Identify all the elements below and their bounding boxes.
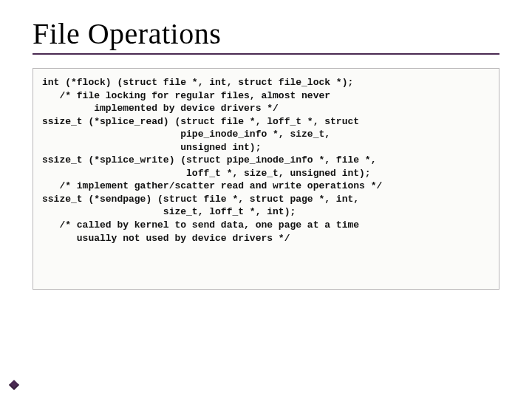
slide-title: File Operations xyxy=(33,18,499,50)
slide: File Operations int (*flock) (struct fil… xyxy=(0,0,532,399)
code-content: int (*flock) (struct file *, int, struct… xyxy=(42,76,490,245)
title-container: File Operations xyxy=(33,18,499,55)
decorative-bullet-icon xyxy=(9,380,19,390)
code-box: int (*flock) (struct file *, int, struct… xyxy=(33,68,499,290)
